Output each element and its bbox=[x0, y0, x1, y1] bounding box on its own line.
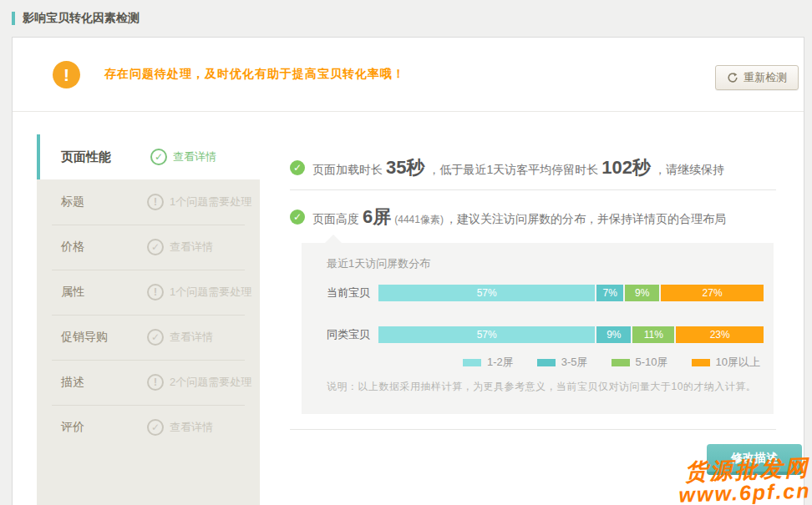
screen-distribution-chart: 最近1天访问屏数分布 当前宝贝57%7%9%27%同类宝贝57%9%11%23%… bbox=[302, 243, 774, 414]
load-time-text: 页面加载时长35秒，低于最近1天访客平均停留时长102秒，请继续保持 bbox=[312, 155, 724, 180]
sidebar-item[interactable]: 评价✓查看详情 bbox=[37, 405, 260, 450]
chart-note: 说明：以上数据采用抽样计算，为更具参考意义，当前宝贝仅对访问量大于10的才纳入计… bbox=[327, 380, 756, 394]
page-height-row: ✓ 页面高度6屏(4441像素)，建议关注访问屏数的分布，并保持详情页的合理布局 bbox=[290, 204, 726, 230]
page-title-row: 影响宝贝转化因素检测 bbox=[12, 11, 140, 26]
sidebar-items: 页面性能✓查看详情标题!1个问题需要处理价格✓查看详情属性!1个问题需要处理促销… bbox=[37, 134, 260, 450]
chart-title: 最近1天访问屏数分布 bbox=[327, 256, 430, 271]
sidebar-item-label: 价格 bbox=[61, 240, 84, 255]
check-circle-icon: ✓ bbox=[290, 210, 305, 225]
page-height-value: 6屏 bbox=[363, 206, 391, 227]
check-circle-icon: ✓ bbox=[150, 149, 167, 165]
bar-segment: 9% bbox=[596, 326, 631, 343]
bar-segment: 7% bbox=[596, 285, 623, 301]
legend-label: 3-5屏 bbox=[561, 355, 588, 370]
sidebar-item[interactable]: 描述!2个问题需要处理 bbox=[37, 360, 260, 405]
chart-row-label: 当前宝贝 bbox=[327, 285, 370, 301]
sidebar-item-status: ✓查看详情 bbox=[147, 329, 213, 346]
warning-circle-icon: ! bbox=[147, 194, 164, 210]
sidebar-item-divider bbox=[52, 405, 245, 406]
sidebar-item[interactable]: 价格✓查看详情 bbox=[37, 225, 260, 270]
sidebar-item[interactable]: 标题!1个问题需要处理 bbox=[37, 179, 260, 225]
sidebar-item-label: 属性 bbox=[61, 285, 84, 300]
sidebar-item-status: !1个问题需要处理 bbox=[147, 194, 251, 210]
legend-item: 3-5屏 bbox=[537, 355, 588, 370]
sidebar-item-status: ✓查看详情 bbox=[147, 239, 213, 255]
legend-swatch bbox=[463, 359, 481, 366]
page-height-pixels: (4441像素) bbox=[394, 214, 444, 225]
sidebar-item[interactable]: 属性!1个问题需要处理 bbox=[37, 270, 260, 315]
alert-section: ! 存在问题待处理，及时优化有助于提高宝贝转化率哦！ 重新检测 bbox=[13, 38, 804, 112]
legend-swatch bbox=[612, 359, 630, 366]
sidebar-item-divider bbox=[52, 225, 245, 225]
sidebar-status-text: 查看详情 bbox=[170, 240, 213, 255]
page-title: 影响宝贝转化因素检测 bbox=[23, 11, 140, 26]
bar-segment: 27% bbox=[661, 285, 764, 301]
sidebar-item[interactable]: 促销导购✓查看详情 bbox=[37, 315, 260, 360]
sidebar-item-label: 标题 bbox=[61, 194, 84, 210]
bar-segment: 57% bbox=[378, 285, 595, 301]
sidebar-item-label: 描述 bbox=[61, 375, 84, 390]
sidebar-status-text: 查看详情 bbox=[170, 420, 213, 435]
sidebar-status-text: 查看详情 bbox=[170, 330, 213, 345]
stay-time-value: 102秒 bbox=[601, 157, 651, 178]
check-circle-icon: ✓ bbox=[147, 239, 164, 255]
sidebar-status-text: 2个问题需要处理 bbox=[170, 375, 251, 390]
warning-circle-icon: ! bbox=[147, 374, 164, 391]
legend-item: 1-2屏 bbox=[463, 355, 514, 370]
bar-segment: 23% bbox=[676, 326, 764, 343]
modify-description-button[interactable]: 修改描述 bbox=[707, 444, 802, 475]
sidebar-item-divider bbox=[52, 270, 245, 270]
chart-row: 当前宝贝57%7%9%27% bbox=[302, 285, 774, 301]
sidebar-status-text: 1个问题需要处理 bbox=[170, 194, 251, 210]
check-circle-icon: ✓ bbox=[290, 160, 305, 175]
check-circle-icon: ✓ bbox=[147, 419, 164, 436]
sidebar-status-text: 查看详情 bbox=[173, 149, 216, 164]
sidebar-item[interactable]: 页面性能✓查看详情 bbox=[37, 134, 260, 179]
chart-row-label: 同类宝贝 bbox=[327, 326, 370, 343]
detection-card: ! 存在问题待处理，及时优化有助于提高宝贝转化率哦！ 重新检测 页面性能✓查看详… bbox=[12, 37, 804, 505]
bubble-arrow bbox=[325, 235, 342, 243]
sidebar-item-status: !2个问题需要处理 bbox=[147, 374, 251, 391]
load-time-value: 35秒 bbox=[386, 157, 424, 178]
chart-legend: 1-2屏3-5屏5-10屏10屏以上 bbox=[302, 355, 760, 370]
legend-swatch bbox=[692, 359, 710, 366]
alert-message: 存在问题待处理，及时优化有助于提高宝贝转化率哦！ bbox=[104, 38, 405, 111]
sidebar-item-label: 促销导购 bbox=[61, 330, 108, 345]
bar-track: 57%9%11%23% bbox=[378, 326, 764, 343]
load-time-row: ✓ 页面加载时长35秒，低于最近1天访客平均停留时长102秒，请继续保持 bbox=[290, 154, 724, 181]
page-height-text: 页面高度6屏(4441像素)，建议关注访问屏数的分布，并保持详情页的合理布局 bbox=[312, 205, 726, 230]
warning-circle-icon: ! bbox=[147, 284, 164, 300]
sidebar-item-label: 页面性能 bbox=[61, 149, 111, 165]
divider bbox=[290, 189, 776, 190]
legend-swatch bbox=[537, 359, 556, 366]
sidebar-item-status: ✓查看详情 bbox=[150, 149, 216, 165]
page: 影响宝贝转化因素检测 ! 存在问题待处理，及时优化有助于提高宝贝转化率哦！ 重新… bbox=[0, 0, 812, 505]
divider bbox=[290, 429, 776, 430]
sidebar-item-label: 评价 bbox=[61, 420, 84, 435]
bar-track: 57%7%9%27% bbox=[378, 285, 764, 301]
legend-item: 5-10屏 bbox=[612, 355, 668, 370]
sidebar: 页面性能✓查看详情标题!1个问题需要处理价格✓查看详情属性!1个问题需要处理促销… bbox=[37, 134, 260, 505]
bar-segment: 11% bbox=[632, 326, 674, 343]
legend-label: 1-2屏 bbox=[487, 355, 514, 370]
refresh-icon bbox=[727, 72, 738, 83]
chart-row: 同类宝贝57%9%11%23% bbox=[302, 326, 774, 343]
recheck-label: 重新检测 bbox=[743, 70, 787, 85]
recheck-button[interactable]: 重新检测 bbox=[715, 65, 799, 90]
bar-segment: 9% bbox=[625, 285, 659, 301]
sidebar-item-status: ✓查看详情 bbox=[147, 419, 213, 436]
legend-item: 10屏以上 bbox=[692, 355, 760, 370]
legend-label: 10屏以上 bbox=[716, 355, 760, 370]
legend-label: 5-10屏 bbox=[636, 355, 668, 370]
check-circle-icon: ✓ bbox=[147, 329, 164, 346]
sidebar-item-divider bbox=[52, 360, 245, 361]
title-accent-bar bbox=[12, 12, 15, 25]
bar-segment: 57% bbox=[378, 326, 595, 343]
sidebar-item-divider bbox=[52, 315, 245, 316]
sidebar-status-text: 1个问题需要处理 bbox=[170, 285, 251, 300]
sidebar-item-status: !1个问题需要处理 bbox=[147, 284, 251, 300]
warning-exclamation-icon: ! bbox=[53, 61, 80, 88]
